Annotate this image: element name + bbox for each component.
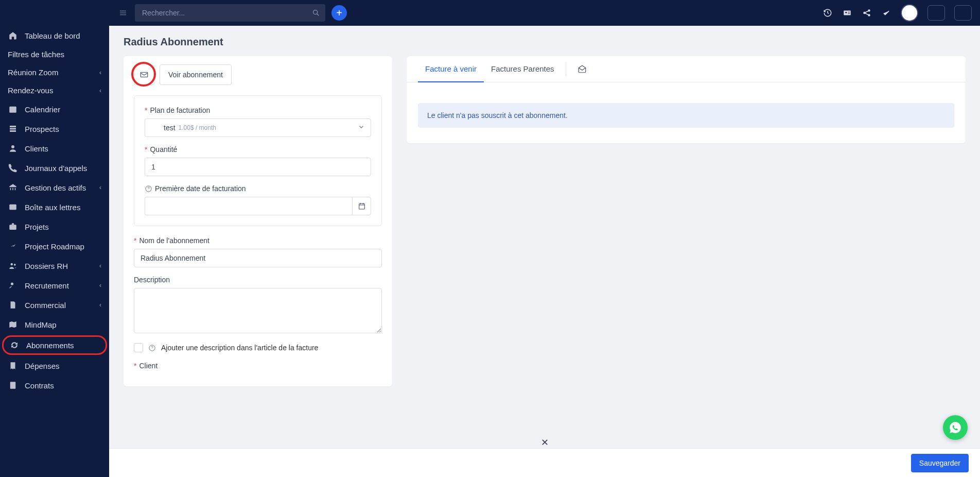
topbar-control-2[interactable] xyxy=(954,5,972,21)
sidebar-item-expenses[interactable]: Dépenses xyxy=(0,356,109,376)
required-marker: * xyxy=(145,106,147,114)
sidebar-item-mindmap[interactable]: MindMap xyxy=(0,315,109,334)
quantity-input[interactable] xyxy=(145,158,371,176)
sidebar-item-label: Journaux d'appels xyxy=(25,164,87,173)
first-bill-date-label: Première date de facturation xyxy=(145,184,371,193)
home-icon xyxy=(8,30,18,41)
invoices-panel: Facture à venir Factures Parentes Le cli… xyxy=(407,56,966,143)
svg-rect-6 xyxy=(9,225,16,230)
svg-point-8 xyxy=(14,264,16,266)
sidebar-item-asset-management[interactable]: Gestion des actifs ‹ xyxy=(0,178,109,197)
sidebar-item-label: Contrats xyxy=(25,381,54,390)
sidebar-item-label: MindMap xyxy=(25,320,57,329)
save-button[interactable]: Sauvegarder xyxy=(911,454,969,472)
search-wrap xyxy=(135,4,325,22)
sidebar-item-subscriptions[interactable]: Abonnements xyxy=(2,335,107,355)
history-icon[interactable] xyxy=(822,8,833,18)
tab-upcoming-invoice[interactable]: Facture à venir xyxy=(418,56,484,82)
sidebar-item-commercial[interactable]: Commercial ‹ xyxy=(0,295,109,315)
first-bill-date-input[interactable] xyxy=(145,197,352,215)
sidebar-item-task-filters[interactable]: Filtres de tâches xyxy=(0,45,109,63)
sidebar-item-dashboard[interactable]: Tableau de bord xyxy=(0,26,109,45)
svg-rect-2 xyxy=(10,128,16,130)
description-textarea[interactable] xyxy=(134,288,382,333)
svg-rect-12 xyxy=(844,11,851,15)
tab-parent-invoices[interactable]: Factures Parentes xyxy=(484,56,562,82)
select-value: test xyxy=(151,124,176,132)
sidebar-item-label: Tableau de bord xyxy=(25,31,80,40)
menu-icon xyxy=(118,8,128,18)
view-subscription-button[interactable]: Voir abonnement xyxy=(160,64,232,85)
close-button[interactable]: ✕ xyxy=(537,435,552,450)
billing-plan-label: * Plan de facturation xyxy=(145,106,371,114)
chart-icon xyxy=(8,241,18,251)
id-card-icon[interactable] xyxy=(842,8,852,18)
sidebar-item-calendar[interactable]: Calendrier xyxy=(0,99,109,119)
sidebar-item-hr-folders[interactable]: Dossiers RH ‹ xyxy=(0,256,109,276)
whatsapp-icon xyxy=(949,421,962,434)
sidebar-item-label: Projets xyxy=(25,223,49,231)
svg-rect-19 xyxy=(359,203,364,209)
sidebar-item-appointments[interactable]: Rendez-vous ‹ xyxy=(0,81,109,99)
sidebar-item-label: Commercial xyxy=(25,301,66,310)
sidebar-item-label: Réunion Zoom xyxy=(8,68,58,77)
calendar-picker-button[interactable] xyxy=(352,197,371,215)
sidebar-item-prospects[interactable]: Prospects xyxy=(0,119,109,139)
sidebar-item-recruitment[interactable]: Recrutement ‹ xyxy=(0,276,109,295)
mail-action-button[interactable] xyxy=(134,64,154,85)
search-input[interactable] xyxy=(135,4,325,22)
tab-mail-icon[interactable] xyxy=(570,58,594,80)
calendar-icon xyxy=(358,202,366,210)
whatsapp-float-button[interactable] xyxy=(943,415,968,440)
chevron-left-icon: ‹ xyxy=(99,262,101,269)
share-icon[interactable] xyxy=(862,8,872,18)
sidebar-toggle-button[interactable] xyxy=(117,7,129,19)
sidebar-item-contracts[interactable]: Contrats xyxy=(0,376,109,395)
svg-point-14 xyxy=(864,12,865,14)
billing-plan-select[interactable]: test 1.00$ / month xyxy=(145,118,371,137)
sidebar-item-label: Clients xyxy=(25,144,48,153)
svg-point-9 xyxy=(11,282,13,285)
svg-rect-1 xyxy=(10,126,16,127)
chevron-left-icon: ‹ xyxy=(99,87,101,94)
sync-icon xyxy=(9,340,20,350)
sidebar-item-label: Filtres de tâches xyxy=(8,50,64,59)
logo-area xyxy=(0,0,109,26)
svg-point-4 xyxy=(11,145,14,148)
svg-point-11 xyxy=(313,10,318,14)
sidebar-item-projects[interactable]: Projets xyxy=(0,217,109,236)
user-plus-icon xyxy=(8,280,18,291)
sidebar-item-call-logs[interactable]: Journaux d'appels xyxy=(0,158,109,178)
info-alert: Le client n'a pas souscrit à cet abonnem… xyxy=(418,103,954,128)
sidebar-item-label: Gestion des actifs xyxy=(25,183,86,192)
client-label: * Client xyxy=(134,362,382,370)
quantity-label: * Quantité xyxy=(145,145,371,154)
subscription-name-label: * Nom de l'abonnement xyxy=(134,236,382,245)
check-icon[interactable] xyxy=(881,8,891,18)
mail-icon xyxy=(8,202,18,212)
add-button[interactable]: + xyxy=(331,5,347,21)
sidebar-item-label: Prospects xyxy=(25,125,59,133)
svg-point-7 xyxy=(11,263,13,266)
search-icon[interactable] xyxy=(312,9,320,17)
briefcase-icon xyxy=(8,222,18,232)
topbar: + xyxy=(109,0,980,26)
mail-icon xyxy=(139,70,149,79)
svg-point-15 xyxy=(868,10,870,11)
sidebar-item-mailbox[interactable]: Boîte aux lettres xyxy=(0,197,109,217)
subscription-name-input[interactable] xyxy=(134,249,382,267)
tab-row: Facture à venir Factures Parentes xyxy=(407,56,966,82)
avatar[interactable] xyxy=(901,4,918,22)
sidebar-item-label: Rendez-vous xyxy=(8,86,53,95)
bank-icon xyxy=(8,182,18,193)
svg-rect-10 xyxy=(10,382,16,389)
sidebar-item-project-roadmap[interactable]: Project Roadmap xyxy=(0,236,109,256)
sidebar-item-zoom-meeting[interactable]: Réunion Zoom ‹ xyxy=(0,63,109,81)
svg-point-13 xyxy=(845,12,847,13)
sidebar-item-clients[interactable]: Clients xyxy=(0,139,109,158)
contract-icon xyxy=(8,380,18,390)
add-description-checkbox[interactable] xyxy=(134,343,143,352)
topbar-control-1[interactable] xyxy=(927,5,945,21)
users-icon xyxy=(8,261,18,271)
chevron-left-icon: ‹ xyxy=(99,69,101,76)
